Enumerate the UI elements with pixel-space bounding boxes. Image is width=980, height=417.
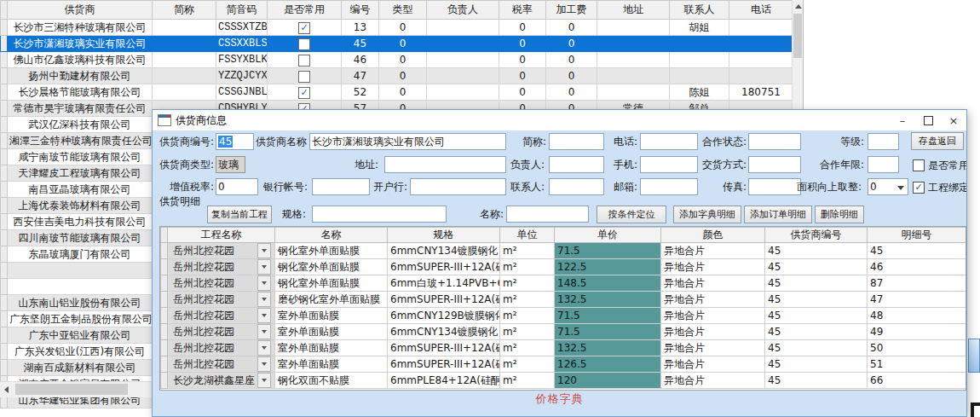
supplier-name-cell[interactable]: 常德市昊宇玻璃有限责任公司 <box>8 101 153 117</box>
unit-price-cell[interactable]: 120 <box>555 373 661 389</box>
tax-cell[interactable]: 0 <box>499 20 546 36</box>
supplier-name-input[interactable]: 长沙市潇湘玻璃实业有限公司 <box>309 133 506 150</box>
add-order-detail-button[interactable]: 添加订单明细 <box>744 206 812 223</box>
row-header-cell[interactable] <box>1 360 8 376</box>
common-cell[interactable] <box>268 52 342 68</box>
contact-cell[interactable] <box>670 52 729 68</box>
row-header-cell[interactable] <box>1 68 8 84</box>
row-header-cell[interactable] <box>1 230 8 246</box>
supplier-no-cell[interactable]: 45 <box>765 373 868 389</box>
phone-cell[interactable] <box>729 36 793 52</box>
row-header-cell[interactable] <box>1 246 8 263</box>
tax-cell[interactable]: 0 <box>499 52 546 68</box>
supplier-type-input[interactable]: 玻璃 <box>216 156 245 173</box>
detail-row-header-cell[interactable] <box>161 308 168 324</box>
project-cell[interactable]: 岳州北控花园 <box>168 259 275 275</box>
address-cell[interactable] <box>597 68 670 84</box>
column-header[interactable]: 地址 <box>597 1 670 20</box>
detail-column-header[interactable]: 单位 <box>500 228 555 243</box>
color-cell[interactable]: 异地合片 <box>661 259 765 275</box>
spec-filter-input[interactable] <box>312 206 447 223</box>
supplier-no-cell[interactable]: 45 <box>765 259 868 275</box>
row-header-cell[interactable] <box>1 311 8 327</box>
common-checkbox[interactable] <box>298 55 310 67</box>
column-header[interactable]: 简称 <box>153 1 216 20</box>
coop-years-input[interactable] <box>868 156 899 173</box>
supplier-row[interactable]: 长沙晨格节能玻璃有限公司 CSSGJNBLYXGS 52 0 0 0 陈姐 18… <box>1 84 793 101</box>
project-combo-button[interactable] <box>257 324 271 339</box>
type-cell[interactable]: 0 <box>379 52 427 68</box>
unit-cell[interactable]: m² <box>500 340 555 356</box>
manager-input[interactable] <box>549 156 604 173</box>
project-cell[interactable]: 岳州北控花园 <box>168 356 275 373</box>
fee-cell[interactable]: 0 <box>546 36 597 52</box>
color-cell[interactable]: 异地合片 <box>661 340 765 356</box>
checkbox-icon[interactable] <box>913 159 925 171</box>
row-header-cell[interactable] <box>1 165 8 182</box>
address-cell[interactable] <box>597 36 670 52</box>
row-header-cell[interactable] <box>1 52 8 68</box>
unit-price-cell[interactable]: 132.5 <box>555 292 661 308</box>
abbr-cell[interactable] <box>153 20 216 36</box>
project-combo-button[interactable] <box>257 373 271 388</box>
abbr-input[interactable] <box>549 133 604 150</box>
fee-cell[interactable]: 0 <box>546 20 597 36</box>
scroll-up-icon[interactable] <box>795 4 802 9</box>
detail-no-cell[interactable]: 45 <box>868 243 966 259</box>
unit-cell[interactable]: m² <box>500 356 555 373</box>
supplier-name-cell[interactable] <box>8 279 153 295</box>
close-button[interactable]: × <box>941 110 966 130</box>
unit-price-cell[interactable]: 126.5 <box>555 356 661 373</box>
unit-cell[interactable]: m² <box>500 243 555 259</box>
detail-column-header[interactable]: 颜色 <box>661 228 765 243</box>
detail-row[interactable]: 长沙龙湖祺鑫星座 钢化双面不贴膜 6mmPLE84+12A(硅酮胶... m² … <box>161 373 966 389</box>
supplier-name-cell[interactable]: 西安佳吉美电力科技有限公司 <box>8 214 153 230</box>
dialog-titlebar[interactable]: 供货商信息 – × <box>153 110 966 130</box>
supplier-no-cell[interactable]: 45 <box>765 324 868 340</box>
common-checkbox[interactable] <box>298 71 310 83</box>
common-cell[interactable] <box>268 68 342 84</box>
detail-row-header-cell[interactable] <box>161 275 168 292</box>
supplier-no-cell[interactable]: 45 <box>765 356 868 373</box>
coop-status-input[interactable] <box>748 133 801 150</box>
unit-price-cell[interactable]: 71.5 <box>555 324 661 340</box>
fee-cell[interactable]: 0 <box>546 84 597 101</box>
type-cell[interactable]: 0 <box>379 84 427 101</box>
supplier-no-input[interactable]: 45 <box>216 133 254 150</box>
tax-cell[interactable]: 0 <box>499 36 546 52</box>
copy-current-project-button[interactable]: 复制当前工程 <box>207 206 272 223</box>
abbr-cell[interactable] <box>153 36 216 52</box>
supplier-name-cell[interactable]: 上海优泰装饰材料有限公司 <box>8 198 153 214</box>
type-cell[interactable]: 0 <box>379 20 427 36</box>
supplier-name-cell[interactable]: 广东坚朗五金制品股份有限公司 <box>8 311 153 327</box>
project-combo-button[interactable] <box>257 308 271 323</box>
supplier-name-cell[interactable]: 四川南玻节能玻璃有限公司 <box>8 230 153 246</box>
add-dictionary-detail-button[interactable]: 添加字典明细 <box>673 206 741 223</box>
detail-row[interactable]: 岳州北控花园 室外单面贴膜 6mmSUPER-III+12A(硅... m² 1… <box>161 340 966 356</box>
spec-cell[interactable]: 6mmSUPER-III+12A(硅... <box>388 356 500 373</box>
supplier-row[interactable]: 长沙市潇湘玻璃实业有限公司 CSSXXBLSY.. 45 0 0 0 <box>1 36 793 52</box>
name-cell[interactable]: 室外单面贴膜 <box>275 324 388 340</box>
row-header-cell[interactable] <box>1 133 8 149</box>
name-cell[interactable]: 钢化双面不贴膜 <box>275 373 388 389</box>
project-combo-button[interactable] <box>257 292 271 307</box>
supplier-name-cell[interactable]: 山东南山铝业股份有限公司 <box>8 295 153 311</box>
contact-cell[interactable] <box>670 68 729 84</box>
unit-cell[interactable]: m² <box>500 275 555 292</box>
detail-row-header-cell[interactable] <box>161 340 168 356</box>
project-cell[interactable]: 岳州北控花园 <box>168 308 275 324</box>
common-checkbox[interactable] <box>298 87 310 99</box>
name-cell[interactable]: 磨砂钢化室外单面贴膜 <box>275 292 388 308</box>
code-cell[interactable]: FSSYXBLKJ.. <box>216 52 268 68</box>
row-header-cell[interactable] <box>1 214 8 230</box>
project-combo-button[interactable] <box>257 340 271 356</box>
project-combo-button[interactable] <box>257 356 271 372</box>
unit-cell[interactable]: m² <box>500 308 555 324</box>
supplier-row[interactable]: 长沙市三湘特种玻璃有限公司 CSSSXTZBL.. 13 0 0 0 胡姐 <box>1 20 793 36</box>
address-cell[interactable] <box>597 52 670 68</box>
abbr-cell[interactable] <box>153 84 216 101</box>
spec-cell[interactable]: 6mm白玻+1.14PVB+6mm... <box>388 275 500 292</box>
mobile-input[interactable] <box>640 156 698 173</box>
id-cell[interactable]: 45 <box>342 36 379 52</box>
supplier-name-cell[interactable]: 佛山市亿鑫玻璃科技有限公司 <box>8 52 153 68</box>
